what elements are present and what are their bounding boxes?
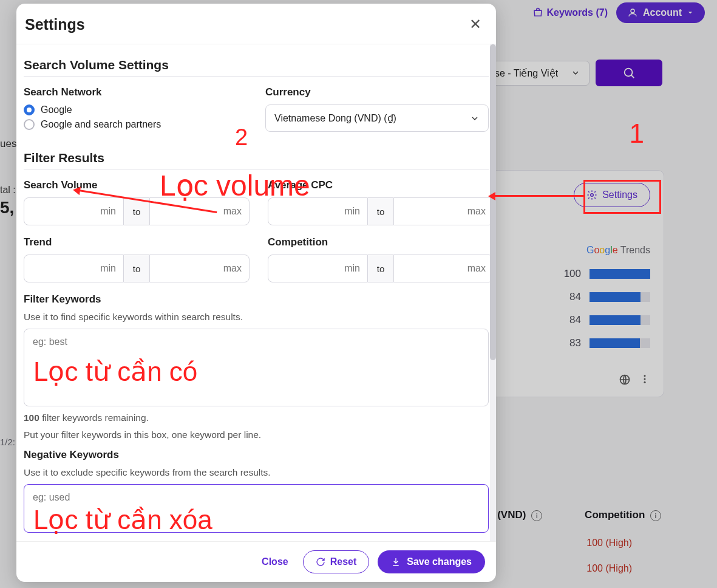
avg-cpc-min[interactable]: [268, 197, 368, 225]
close-button[interactable]: ✕: [466, 13, 485, 35]
save-icon: [391, 557, 401, 567]
search-volume-min[interactable]: [24, 197, 124, 225]
search-network-label: Search Network: [24, 86, 247, 98]
trend-min[interactable]: [24, 255, 124, 282]
trend-label: Trend: [24, 236, 250, 248]
chevron-down-icon: [470, 114, 480, 123]
range-separator: to: [124, 255, 149, 282]
save-button[interactable]: Save changes: [378, 550, 485, 573]
negative-keywords-input[interactable]: [24, 484, 489, 533]
filter-keywords-input[interactable]: [24, 329, 489, 406]
trend-max[interactable]: [149, 255, 250, 282]
search-volume-max[interactable]: [149, 197, 250, 225]
currency-value: Vietnamese Dong (VND) (₫): [274, 112, 396, 124]
range-separator: to: [368, 197, 393, 225]
competition-label: Competition: [268, 236, 494, 248]
modal-title: Settings: [25, 16, 85, 33]
annotation-arrow-settings: [494, 195, 585, 197]
avg-cpc-max[interactable]: [393, 197, 494, 225]
reset-button[interactable]: Reset: [303, 550, 370, 573]
competition-min[interactable]: [268, 255, 368, 282]
settings-modal: Settings ✕ Search Volume Settings Search…: [16, 4, 496, 582]
radio-google-partners[interactable]: Google and search partners: [24, 119, 247, 130]
divider: [24, 76, 489, 77]
search-volume-label: Search Volume: [24, 179, 250, 191]
trend-range: to: [24, 255, 250, 282]
negative-keywords-help: Use it to exclude specific keywords from…: [24, 467, 489, 478]
range-separator: to: [368, 255, 393, 282]
radio-google[interactable]: Google: [24, 104, 247, 115]
close-link[interactable]: Close: [256, 552, 294, 572]
filter-remaining: 100 filter keywords remaining.: [24, 412, 489, 423]
avg-cpc-label: Average CPC: [268, 179, 494, 191]
competition-max[interactable]: [393, 255, 494, 282]
filter-keywords-label: Filter Keywords: [24, 293, 489, 306]
negative-keywords-label: Negative Keywords: [24, 449, 489, 461]
refresh-icon: [316, 557, 325, 567]
filter-keywords-help: Use it to find specific keywords within …: [24, 312, 489, 323]
divider: [24, 169, 489, 169]
currency-label: Currency: [265, 86, 489, 98]
filter-perline: Put your filter keywords in this box, on…: [24, 429, 489, 440]
section-heading: Filter Results: [24, 151, 489, 165]
scrollbar-thumb[interactable]: [490, 44, 496, 360]
section-heading: Search Volume Settings: [24, 58, 489, 72]
avg-cpc-range: to: [268, 197, 494, 225]
currency-select[interactable]: Vietnamese Dong (VND) (₫): [265, 104, 489, 132]
competition-range: to: [268, 255, 494, 282]
annotation-box-settings: [583, 180, 661, 214]
